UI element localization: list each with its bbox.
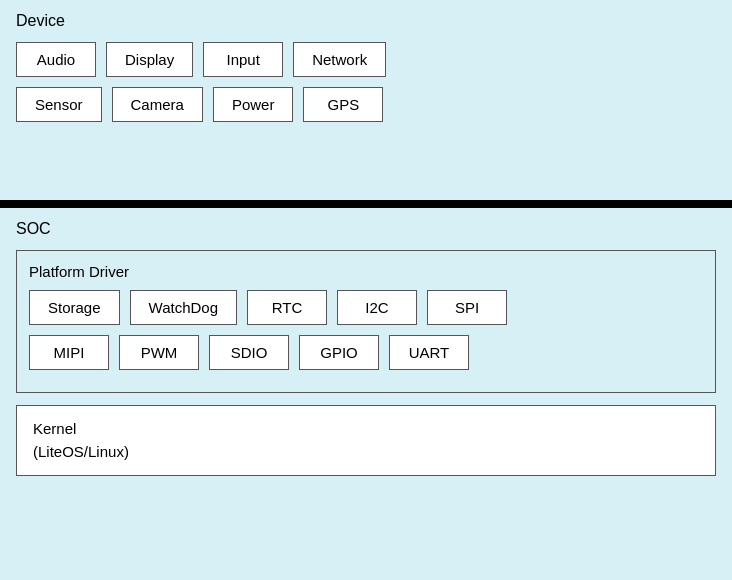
- kernel-box: Kernel (LiteOS/Linux): [16, 405, 716, 476]
- chip-display: Display: [106, 42, 193, 77]
- section-divider: [0, 200, 732, 208]
- kernel-text: Kernel (LiteOS/Linux): [33, 418, 699, 463]
- chip-network: Network: [293, 42, 386, 77]
- soc-title: SOC: [16, 220, 716, 238]
- chip-input: Input: [203, 42, 283, 77]
- chip-mipi: MIPI: [29, 335, 109, 370]
- chip-camera: Camera: [112, 87, 203, 122]
- chip-watchdog: WatchDog: [130, 290, 237, 325]
- chip-gpio: GPIO: [299, 335, 379, 370]
- platform-row-2: MIPI PWM SDIO GPIO UART: [29, 335, 703, 370]
- soc-section: SOC Platform Driver Storage WatchDog RTC…: [0, 208, 732, 580]
- kernel-line1: Kernel: [33, 420, 76, 437]
- device-title: Device: [16, 12, 716, 30]
- platform-driver-box: Platform Driver Storage WatchDog RTC I2C…: [16, 250, 716, 393]
- chip-i2c: I2C: [337, 290, 417, 325]
- device-section: Device Audio Display Input Network Senso…: [0, 0, 732, 200]
- chip-sensor: Sensor: [16, 87, 102, 122]
- device-row-1: Audio Display Input Network: [16, 42, 716, 77]
- device-row-2: Sensor Camera Power GPS: [16, 87, 716, 122]
- kernel-line2: (LiteOS/Linux): [33, 443, 129, 460]
- chip-sdio: SDIO: [209, 335, 289, 370]
- chip-uart: UART: [389, 335, 469, 370]
- platform-driver-title: Platform Driver: [29, 263, 703, 280]
- chip-rtc: RTC: [247, 290, 327, 325]
- platform-row-1: Storage WatchDog RTC I2C SPI: [29, 290, 703, 325]
- chip-gps: GPS: [303, 87, 383, 122]
- chip-audio: Audio: [16, 42, 96, 77]
- chip-power: Power: [213, 87, 294, 122]
- chip-storage: Storage: [29, 290, 120, 325]
- chip-pwm: PWM: [119, 335, 199, 370]
- chip-spi: SPI: [427, 290, 507, 325]
